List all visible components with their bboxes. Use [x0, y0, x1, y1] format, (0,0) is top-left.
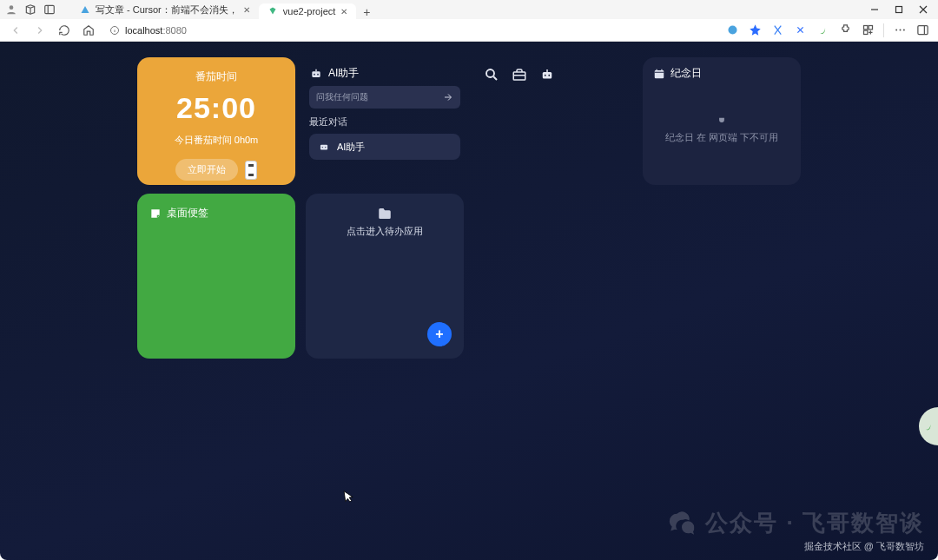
search-icon[interactable]: [483, 66, 500, 83]
svg-rect-6: [869, 26, 872, 30]
collections-icon[interactable]: [861, 23, 875, 37]
tab-favicon-1: [268, 6, 278, 16]
svg-rect-7: [863, 30, 867, 34]
profile-icon[interactable]: [5, 3, 17, 16]
url-port: :8080: [162, 25, 187, 36]
ai-input-placeholder: 问我任何问题: [316, 91, 368, 103]
new-tab-button[interactable]: +: [356, 5, 377, 19]
app-viewport: 番茄时间 25:00 今日番茄时间 0h0m 立即开始 AI助手 问我任何问题: [0, 42, 938, 560]
svg-point-22: [548, 75, 550, 76]
svg-point-10: [902, 30, 904, 31]
widget-notes[interactable]: 桌面便签: [137, 194, 295, 359]
ext-icon-1[interactable]: [725, 23, 739, 37]
svg-rect-23: [655, 69, 664, 77]
widget-todo[interactable]: 点击进入待办应用 +: [306, 194, 464, 359]
tab-strip: 写文章 - Cursor：前端不会消失， ✕ vue2-project ✕ +: [71, 0, 378, 19]
widget-tools: [474, 57, 632, 185]
home-button[interactable]: [78, 20, 99, 41]
forward-button[interactable]: [30, 20, 50, 41]
svg-point-8: [895, 30, 897, 31]
svg-rect-15: [320, 145, 327, 150]
site-info-icon[interactable]: [109, 25, 120, 36]
browser-tab-1[interactable]: vue2-project ✕: [259, 3, 357, 19]
tab-label-1: vue2-project: [283, 6, 336, 16]
workspace-icon[interactable]: [24, 3, 36, 16]
send-icon[interactable]: [443, 92, 453, 102]
ai-title: AI助手: [328, 66, 359, 81]
pomodoro-title: 番茄时间: [195, 69, 237, 84]
add-todo-button[interactable]: +: [427, 322, 452, 346]
more-icon[interactable]: [893, 23, 907, 37]
sidebar-toggle-icon[interactable]: [915, 23, 929, 37]
ai-recent-item[interactable]: AI助手: [309, 134, 460, 160]
anniversary-title: 纪念日: [670, 66, 702, 81]
window-controls: [869, 3, 935, 16]
anniversary-unavailable: 纪念日 在 网页端 下不可用: [665, 131, 778, 144]
extensions-icon[interactable]: [838, 23, 852, 37]
anniversary-body: 纪念日 在 网页端 下不可用: [653, 81, 790, 176]
plug-icon: [716, 114, 728, 126]
robot-icon: [309, 67, 323, 81]
note-icon: [149, 208, 162, 220]
minimize-button[interactable]: [869, 3, 881, 16]
tab-label-0: 写文章 - Cursor：前端不会消失，: [96, 3, 238, 16]
url-bar[interactable]: localhost:8080: [102, 23, 722, 37]
widget-pomodoro[interactable]: 番茄时间 25:00 今日番茄时间 0h0m 立即开始: [137, 57, 295, 185]
close-button[interactable]: [917, 3, 929, 16]
svg-point-9: [899, 30, 901, 31]
svg-point-18: [486, 69, 494, 77]
ai-recent-label: 最近对话: [309, 115, 460, 128]
svg-point-16: [322, 147, 323, 148]
ext-icon-3[interactable]: [793, 23, 807, 37]
address-bar: localhost:8080: [0, 19, 938, 42]
svg-rect-20: [543, 72, 552, 79]
widget-ai-assistant[interactable]: AI助手 问我任何问题 最近对话 AI助手: [306, 57, 464, 185]
tab-favicon-0: [80, 5, 90, 16]
svg-rect-1: [45, 5, 55, 13]
svg-point-14: [317, 73, 319, 75]
notes-title: 桌面便签: [167, 206, 208, 221]
folder-icon: [377, 206, 393, 221]
watermark: 公众号 · 飞哥数智谈 掘金技术社区 @ 飞哥数智坊: [667, 508, 924, 553]
svg-rect-5: [863, 26, 867, 30]
ext-icon-4[interactable]: [816, 23, 829, 37]
ext-icon-2[interactable]: [770, 23, 784, 37]
pomodoro-time: 25:00: [176, 91, 256, 125]
svg-point-21: [545, 75, 546, 76]
url-text: localhost:8080: [125, 25, 715, 36]
widget-anniversary[interactable]: 纪念日 纪念日 在 网页端 下不可用: [643, 57, 801, 185]
tab-close-0[interactable]: ✕: [243, 5, 250, 15]
tab-close-1[interactable]: ✕: [340, 7, 347, 16]
ai-input[interactable]: 问我任何问题: [309, 86, 460, 109]
svg-point-4: [728, 26, 737, 35]
ai-recent-item-label: AI助手: [337, 141, 365, 154]
ai-title-row: AI助手: [309, 66, 460, 81]
briefcase-icon[interactable]: [511, 66, 528, 83]
todo-hint: 点击进入待办应用: [347, 225, 423, 238]
url-host: localhost: [125, 25, 162, 36]
mouse-cursor: [343, 489, 355, 504]
svg-rect-11: [917, 26, 927, 35]
svg-point-13: [314, 73, 315, 75]
pomodoro-today: 今日番茄时间 0h0m: [175, 134, 259, 147]
titlebar-left: 写文章 - Cursor：前端不会消失， ✕ vue2-project ✕ +: [3, 0, 378, 19]
wechat-icon: [667, 509, 697, 538]
watermark-main: 公众号 · 飞哥数智谈: [705, 508, 924, 538]
pomodoro-actions: 立即开始: [175, 159, 257, 181]
robot-tool-icon[interactable]: [538, 66, 556, 83]
browser-tab-0[interactable]: 写文章 - Cursor：前端不会消失， ✕: [71, 1, 259, 19]
maximize-button[interactable]: [893, 3, 905, 16]
notes-title-row: 桌面便签: [149, 206, 283, 221]
svg-rect-12: [312, 71, 320, 77]
svg-point-0: [10, 5, 14, 10]
timer-icon[interactable]: [245, 161, 257, 180]
side-assistant-tab[interactable]: [919, 407, 938, 445]
toolbar-actions: [725, 23, 933, 37]
back-button[interactable]: [5, 20, 26, 41]
pomodoro-start-button[interactable]: 立即开始: [175, 159, 238, 181]
favorite-icon[interactable]: [748, 23, 762, 37]
divider: [883, 23, 884, 37]
anniversary-title-row: 纪念日: [653, 66, 790, 81]
refresh-button[interactable]: [54, 20, 75, 41]
panel-icon[interactable]: [43, 3, 56, 16]
